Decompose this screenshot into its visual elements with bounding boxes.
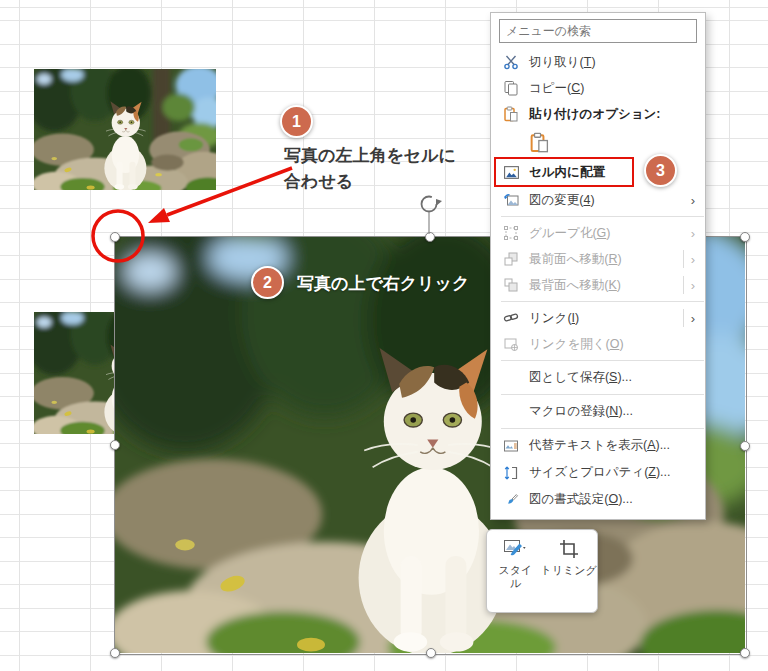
menu-split-divider	[683, 309, 684, 327]
picture-mini-toolbar: スタイル トリミング	[486, 529, 598, 613]
submenu-arrow-icon: ›	[691, 311, 697, 326]
menu-item-label: 最背面へ移動(K)	[529, 277, 621, 294]
menu-item-open-link: リンクを開く(O)	[491, 331, 705, 357]
step-number: 3	[656, 162, 665, 180]
size-properties-icon	[501, 463, 521, 483]
no-icon	[501, 368, 521, 388]
menu-item-alt-text[interactable]: 代替テキストを表示(A)...	[491, 432, 705, 459]
menu-item-label: 最前面へ移動(R)	[529, 251, 622, 268]
menu-item-label: 切り取り(T)	[529, 54, 596, 71]
menu-item-change-picture[interactable]: 図の変更(4) ›	[491, 187, 705, 213]
submenu-arrow-icon: ›	[691, 252, 697, 267]
step-badge-3: 3	[644, 154, 677, 187]
resize-handle-top-left[interactable]	[110, 232, 120, 242]
rotate-handle[interactable]	[415, 190, 445, 236]
paste-option-button[interactable]	[525, 128, 553, 156]
menu-item-label: セル内に配置	[529, 164, 605, 181]
menu-item-label: リンクを開く(O)	[529, 336, 624, 353]
scissors-icon	[501, 52, 521, 72]
menu-item-label: 代替テキストを表示(A)...	[529, 437, 670, 454]
menu-item-copy[interactable]: コピー(C)	[491, 75, 705, 101]
resize-handle-bottom-right[interactable]	[740, 648, 750, 658]
menu-item-label: サイズとプロパティ(Z)...	[529, 464, 671, 481]
crop-button[interactable]: トリミング	[544, 538, 594, 612]
menu-split-divider	[683, 250, 684, 268]
paste-clipboard-icon	[529, 132, 550, 153]
menu-separator	[501, 394, 704, 395]
menu-item-save-as-picture[interactable]: 図として保存(S)...	[491, 364, 705, 391]
no-icon	[501, 402, 521, 422]
style-button-label: スタイル	[494, 564, 536, 590]
step1-note-line2: 合わせる	[284, 169, 456, 195]
menu-item-group: グループ化(G) ›	[491, 220, 705, 246]
step1-note: 写真の左上角をセルに 合わせる	[284, 143, 456, 195]
menu-separator	[501, 301, 704, 302]
menu-item-label: コピー(C)	[529, 80, 584, 97]
menu-search-input[interactable]	[499, 19, 697, 43]
step2-note: 写真の上で右クリック	[297, 272, 469, 295]
submenu-arrow-icon: ›	[691, 226, 697, 241]
alt-text-icon	[501, 436, 521, 456]
submenu-arrow-icon: ›	[691, 278, 697, 293]
menu-item-assign-macro[interactable]: マクロの登録(N)...	[491, 398, 705, 425]
resize-handle-bottom-left[interactable]	[110, 648, 120, 658]
picture-style-icon	[503, 538, 527, 560]
menu-item-label: 図として保存(S)...	[529, 369, 632, 386]
clipboard-icon	[501, 104, 521, 124]
step-badge-1: 1	[280, 105, 313, 138]
resize-handle-top-right[interactable]	[740, 232, 750, 242]
crop-icon	[558, 538, 580, 560]
resize-handle-right-middle[interactable]	[740, 441, 750, 451]
step-badge-2: 2	[251, 266, 284, 299]
menu-item-label: 図の変更(4)	[529, 192, 595, 209]
step-number: 1	[292, 113, 301, 131]
menu-item-link[interactable]: リンク(I) ›	[491, 305, 705, 331]
copy-icon	[501, 78, 521, 98]
style-button[interactable]: スタイル	[490, 538, 540, 612]
format-picture-icon	[501, 490, 521, 510]
excel-worksheet: 1 写真の左上角をセルに 合わせる 2 写真の上で右クリック 3 切り取り(T)…	[0, 0, 768, 671]
menu-row-paste-choices	[491, 127, 705, 157]
menu-item-label: グループ化(G)	[529, 225, 610, 242]
menu-split-divider	[683, 276, 684, 294]
cat-photo-thumbnail-top[interactable]	[34, 69, 216, 190]
menu-item-label: マクロの登録(N)...	[529, 403, 633, 420]
group-icon	[501, 223, 521, 243]
menu-item-bring-to-front: 最前面へ移動(R) ›	[491, 246, 705, 272]
submenu-arrow-icon: ›	[691, 193, 697, 208]
crop-button-label: トリミング	[539, 564, 599, 577]
menu-item-size-properties[interactable]: サイズとプロパティ(Z)...	[491, 459, 705, 486]
open-link-icon	[501, 334, 521, 354]
resize-handle-left-middle[interactable]	[110, 440, 120, 450]
step1-note-line1: 写真の左上角をセルに	[284, 143, 456, 169]
menu-item-send-to-back: 最背面へ移動(K) ›	[491, 272, 705, 298]
context-menu: 切り取り(T) コピー(C) 貼り付けのオプション: セル内に配置	[490, 12, 706, 520]
resize-handle-bottom-middle[interactable]	[426, 648, 436, 658]
change-picture-icon	[501, 190, 521, 210]
menu-separator	[501, 360, 704, 361]
bring-front-icon	[501, 249, 521, 269]
menu-item-paste-options: 貼り付けのオプション:	[491, 101, 705, 127]
menu-item-label: 図の書式設定(O)...	[529, 491, 633, 508]
menu-separator	[501, 216, 704, 217]
send-back-icon	[501, 275, 521, 295]
menu-item-format-picture[interactable]: 図の書式設定(O)...	[491, 486, 705, 513]
step-number: 2	[263, 274, 272, 292]
link-icon	[501, 308, 521, 328]
menu-item-cut[interactable]: 切り取り(T)	[491, 49, 705, 75]
menu-item-label: 貼り付けのオプション:	[529, 106, 661, 123]
picture-in-cell-icon	[501, 162, 521, 182]
menu-separator	[501, 428, 704, 429]
menu-item-label: リンク(I)	[529, 310, 579, 327]
